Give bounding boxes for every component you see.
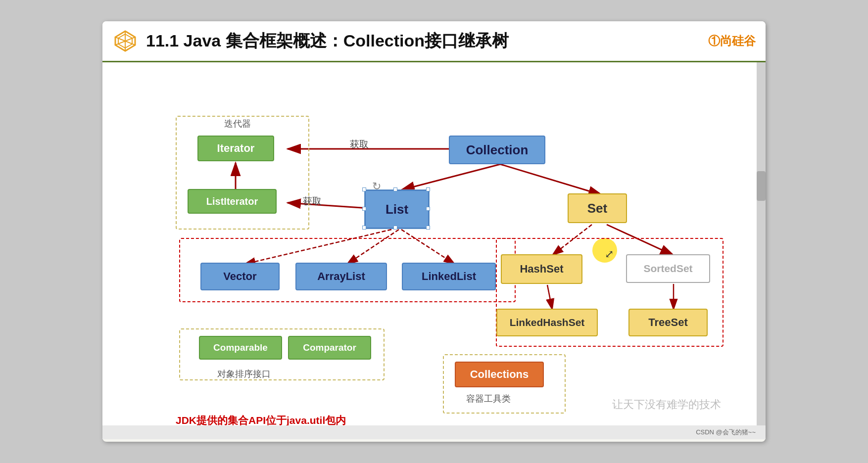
node-comparator: Comparator	[288, 336, 371, 360]
handle-br	[426, 226, 430, 230]
bottom-bar-text: CSDN @会飞的猪~~	[696, 428, 756, 437]
slide-header: 11.1 Java 集合框架概述：Collection接口继承树 ①尚硅谷	[102, 21, 766, 62]
svg-line-10	[401, 164, 500, 190]
watermark: 让天下没有难学的技术	[612, 397, 721, 412]
get-listiterator-label: 获取	[303, 195, 322, 208]
brand-logo: ①尚硅谷	[708, 33, 756, 49]
slide-container: 11.1 Java 集合框架概述：Collection接口继承树 ①尚硅谷	[102, 21, 766, 442]
node-collection: Collection	[449, 136, 545, 164]
scrollbar-thumb[interactable]	[757, 171, 766, 201]
node-set: Set	[568, 193, 627, 223]
node-linkedlist: LinkedList	[402, 263, 496, 290]
svg-line-11	[500, 164, 602, 195]
node-hashset: HashSet	[501, 254, 582, 284]
node-listiterator: ListIterator	[188, 189, 277, 214]
node-comparable: Comparable	[199, 336, 282, 360]
sorting-interface-label: 对象排序接口	[217, 368, 271, 380]
node-collections: Collections	[455, 362, 544, 387]
cursor-icon: ⤢	[605, 248, 614, 261]
node-iterator: Iterator	[197, 136, 274, 161]
node-list: List	[365, 190, 429, 229]
handle-tm	[393, 187, 397, 191]
container-tool-label: 容器工具类	[466, 393, 511, 405]
handle-bm	[393, 226, 397, 230]
node-treeset: TreeSet	[628, 309, 708, 336]
handle-tr	[426, 187, 430, 191]
handle-tl	[362, 187, 366, 191]
handle-ml	[362, 207, 366, 211]
node-sortedset: SortedSet	[626, 254, 710, 283]
node-arraylist: ArrayList	[295, 263, 387, 290]
get-iterator-label: 获取	[350, 138, 369, 151]
handle-mr	[426, 207, 430, 211]
bottom-bar: CSDN @会飞的猪~~	[102, 425, 766, 439]
page-title: 11.1 Java 集合框架概述：Collection接口继承树	[146, 30, 700, 52]
iterator-box-label: 迭代器	[224, 118, 251, 130]
slide-body: 迭代器 获取 获取 Iterator ListIterator Collecti…	[102, 62, 766, 439]
scrollbar[interactable]	[757, 62, 766, 425]
handle-bl	[362, 226, 366, 230]
node-vector: Vector	[200, 263, 280, 290]
logo-icon	[112, 28, 138, 54]
node-linkedhashset: LinkedHashSet	[496, 309, 598, 336]
